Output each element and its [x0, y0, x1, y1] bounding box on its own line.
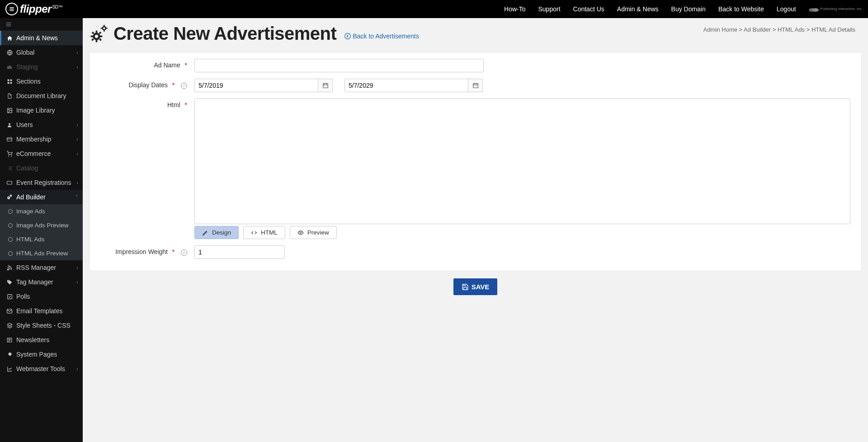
editor-tab-design[interactable]: Design: [194, 226, 239, 239]
topnav-howto[interactable]: How-To: [504, 5, 525, 13]
svg-point-32: [8, 280, 9, 281]
html-editor-area[interactable]: [194, 99, 850, 224]
logo-icon: [5, 3, 18, 15]
sidebar-item-label: Newsletters: [16, 336, 49, 343]
sidebar-subitem-label: HTML Ads Preview: [16, 250, 68, 257]
svg-point-18: [9, 155, 9, 156]
svg-rect-43: [96, 39, 98, 42]
topnav-buy-domain[interactable]: Buy Domain: [671, 5, 706, 13]
breadcrumb-item[interactable]: HTML Ads: [778, 26, 805, 33]
pencil-icon: [202, 230, 208, 236]
topnav-logout[interactable]: Logout: [777, 5, 796, 13]
svg-rect-61: [473, 84, 478, 88]
chevron-left-icon: ‹: [76, 180, 78, 185]
sidebar-subitem-html-ads[interactable]: HTML Ads: [0, 232, 83, 246]
code-icon: [251, 230, 257, 236]
home-icon: [5, 35, 14, 41]
sidebar-item-label: Users: [16, 121, 33, 128]
sidebar-item-webmaster-tools[interactable]: Webmaster Tools‹: [0, 362, 83, 376]
sidebar-item-label: Style Sheets - CSS: [16, 322, 71, 329]
topnav-contact[interactable]: Contact Us: [573, 5, 604, 13]
end-date-picker-button[interactable]: [468, 79, 483, 92]
svg-point-14: [8, 109, 9, 110]
svg-point-31: [7, 269, 8, 270]
sidebar-item-admin-news[interactable]: Admin & News: [0, 31, 83, 45]
sidebar-item-polls[interactable]: Polls: [0, 289, 83, 304]
editor-tab-preview[interactable]: Preview: [290, 226, 337, 239]
sidebar-subitem-label: Image Ads Preview: [16, 222, 69, 229]
chevron-left-icon: ‹: [76, 151, 78, 156]
page-title: Create New Advertisement: [89, 24, 336, 44]
sidebar-item-event-registrations[interactable]: Event Registrations‹: [0, 175, 83, 190]
sidebar-item-ad-builder[interactable]: Ad Builder˅: [0, 190, 83, 204]
sidebar-item-label: Membership: [16, 136, 51, 143]
chart-icon: [5, 366, 14, 372]
sidebar-item-rss-manager[interactable]: RSS Manager‹: [0, 260, 83, 275]
info-icon[interactable]: i: [181, 249, 187, 256]
breadcrumb-item[interactable]: Ad Builder: [744, 26, 771, 33]
sidebar-item-label: Admin & News: [16, 34, 58, 42]
sidebar-item-label: Image Library: [16, 107, 55, 114]
start-date-input[interactable]: [194, 79, 318, 92]
svg-rect-46: [92, 31, 94, 34]
sidebar-item-label: RSS Manager: [16, 264, 56, 271]
sections-icon: [5, 79, 14, 85]
save-button[interactable]: SAVE: [453, 278, 498, 295]
sidebar-subitem-html-ads-preview[interactable]: HTML Ads Preview: [0, 246, 83, 260]
sidebar-item-membership[interactable]: Membership‹: [0, 132, 83, 146]
end-date-input[interactable]: [344, 79, 468, 92]
sidebar-toggle[interactable]: [0, 18, 83, 31]
sidebar-item-users[interactable]: Users‹: [0, 118, 83, 132]
sidebar-subitem-image-ads[interactable]: Image Ads: [0, 204, 83, 218]
brand-logo[interactable]: flipperSD™: [5, 3, 62, 15]
topnav-support[interactable]: Support: [538, 5, 561, 13]
sidebar-item-label: eCommerce: [16, 150, 51, 157]
sidebar-item-ecommerce[interactable]: eCommerce‹: [0, 146, 83, 161]
sidebar-item-system-pages[interactable]: System Pages: [0, 347, 83, 362]
sidebar-item-style-sheets-css[interactable]: Style Sheets - CSS: [0, 318, 83, 333]
card-icon: [5, 136, 14, 142]
gears-icon: [89, 24, 109, 44]
svg-point-19: [11, 155, 12, 156]
eye-icon: [297, 230, 304, 236]
sidebar-item-global[interactable]: Global‹: [0, 45, 83, 60]
sidebar-item-label: Document Library: [16, 92, 66, 99]
image-icon: [5, 108, 14, 113]
sidebar-item-image-library[interactable]: Image Library: [0, 103, 83, 118]
svg-rect-42: [96, 30, 98, 33]
back-arrow-icon: [344, 33, 351, 39]
sidebar-item-tag-manager[interactable]: Tag Manager‹: [0, 275, 83, 289]
breadcrumb-item[interactable]: Admin Home: [703, 26, 737, 33]
back-link[interactable]: Back to Advertisements: [344, 33, 419, 40]
circle-icon: [8, 251, 13, 256]
label-display-dates: Display Dates * i: [100, 79, 194, 89]
sidebar-item-email-templates[interactable]: Email Templates: [0, 304, 83, 318]
topnav-back-to-website[interactable]: Back to Website: [718, 5, 764, 13]
breadcrumb-item: HTML Ad Details: [811, 26, 855, 33]
sidebar-item-sections[interactable]: Sections: [0, 74, 83, 89]
sidebar-item-newsletters[interactable]: Newsletters: [0, 333, 83, 347]
svg-rect-11: [7, 82, 9, 84]
circle-icon: [8, 223, 13, 228]
chevron-left-icon: ‹: [76, 136, 78, 142]
list-icon: [5, 165, 14, 171]
impression-weight-input[interactable]: [194, 245, 285, 259]
sidebar-item-document-library[interactable]: Document Library: [0, 89, 83, 103]
svg-rect-9: [7, 79, 9, 81]
start-date-picker-button[interactable]: [318, 79, 333, 92]
cart-icon: [5, 151, 14, 157]
svg-rect-53: [104, 30, 104, 31]
calendar-icon: [322, 82, 329, 89]
ad-name-input[interactable]: [194, 59, 484, 72]
sidebar-item-label: Email Templates: [16, 307, 62, 315]
topnav-admin-news[interactable]: Admin & News: [617, 5, 659, 13]
svg-point-65: [300, 232, 302, 234]
calendar-icon: [472, 82, 479, 89]
chevron-left-icon: ‹: [76, 122, 78, 127]
gears-icon: [5, 194, 14, 200]
info-icon[interactable]: i: [181, 83, 187, 89]
svg-rect-47: [99, 38, 102, 41]
label-ad-name: Ad Name *: [100, 59, 194, 69]
editor-tab-html[interactable]: HTML: [243, 226, 285, 239]
sidebar-subitem-image-ads-preview[interactable]: Image Ads Preview: [0, 218, 83, 232]
